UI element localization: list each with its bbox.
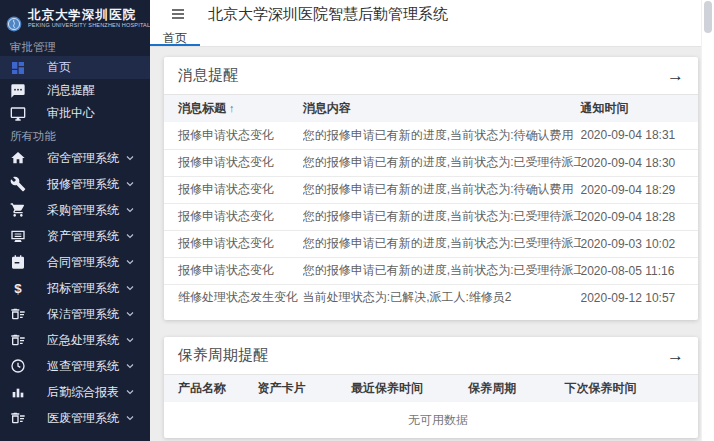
- sidebar-item-label: 合同管理系统: [47, 254, 124, 271]
- contract-icon: [10, 254, 26, 270]
- maintenance-column-header[interactable]: 下次保养时间: [564, 375, 698, 402]
- trash-icon: [10, 410, 26, 426]
- maintenance-card-header: 保养周期提醒 →: [164, 337, 698, 375]
- sidebar-item[interactable]: 合同管理系统: [0, 249, 150, 275]
- message-content-cell: 您的报修申请已有新的进度,当前状态为:待确认费用: [303, 122, 581, 149]
- messages-column-header[interactable]: 消息内容: [303, 95, 581, 122]
- hamburger-icon: [170, 6, 186, 22]
- home-icon: [10, 150, 26, 166]
- messages-table: 消息标题↑消息内容通知时间 报修申请状态变化您的报修申请已有新的进度,当前状态为…: [164, 95, 698, 311]
- cart-icon: [10, 202, 26, 218]
- sidebar-item-label: 报修管理系统: [47, 176, 124, 193]
- message-title-cell: 报修申请状态变化: [164, 203, 303, 230]
- chevron-down-icon: [124, 334, 136, 346]
- message-time-cell: 2020-09-04 18:28: [581, 203, 698, 230]
- chevron-down-icon: [124, 360, 136, 372]
- table-row[interactable]: 报修申请状态变化您的报修申请已有新的进度,当前状态为:已受理待派工2020-09…: [164, 230, 698, 257]
- message-time-cell: 2020-09-04 18:29: [581, 176, 698, 203]
- table-row[interactable]: 报修申请状态变化您的报修申请已有新的进度,当前状态为:已受理待派工2020-09…: [164, 149, 698, 176]
- messages-card-header: 消息提醒 →: [164, 57, 698, 95]
- message-time-cell: 2020-09-12 10:57: [581, 284, 698, 311]
- sidebar-item-label: 应急处理系统: [47, 332, 124, 349]
- sidebar-item[interactable]: 应急处理系统: [0, 327, 150, 353]
- sidebar-item[interactable]: 保洁管理系统: [0, 301, 150, 327]
- scrollbar-thumb[interactable]: [704, 1, 712, 33]
- sidebar-item[interactable]: 医废管理系统: [0, 405, 150, 431]
- message-time-cell: 2020-09-04 18:30: [581, 149, 698, 176]
- sidebar-item-label: 招标管理系统: [47, 280, 124, 297]
- logo-subtitle: PEKING UNIVERSITY SHENZHEN HOSPITAL: [28, 22, 150, 28]
- table-row[interactable]: 维修处理状态发生变化当前处理状态为:已解决,派工人:维修员22020-09-12…: [164, 284, 698, 311]
- scrollbar[interactable]: [701, 0, 714, 441]
- table-row[interactable]: 报修申请状态变化您的报修申请已有新的进度,当前状态为:已受理待派工2020-09…: [164, 203, 698, 230]
- sort-ascending-icon: ↑: [229, 102, 235, 114]
- sidebar-item-label: 巡查管理系统: [47, 358, 124, 375]
- chevron-down-icon: [124, 282, 136, 294]
- chevron-down-icon: [124, 412, 136, 424]
- table-row[interactable]: 报修申请状态变化您的报修申请已有新的进度,当前状态为:已受理待派工2020-08…: [164, 257, 698, 284]
- message-title-cell: 报修申请状态变化: [164, 149, 303, 176]
- trash-icon: [10, 306, 26, 322]
- sidebar-item-label: 消息提醒: [47, 82, 142, 99]
- message-time-cell: 2020-09-03 10:02: [581, 230, 698, 257]
- chevron-down-icon: [124, 386, 136, 398]
- table-row[interactable]: 报修申请状态变化您的报修申请已有新的进度,当前状态为:待确认费用2020-09-…: [164, 176, 698, 203]
- chevron-down-icon: [124, 204, 136, 216]
- message-title-cell: 报修申请状态变化: [164, 176, 303, 203]
- sidebar-item-label: 医废管理系统: [47, 410, 124, 427]
- hospital-logo: 北京大学深圳医院 PEKING UNIVERSITY SHENZHEN HOSP…: [0, 0, 150, 36]
- chevron-down-icon: [124, 230, 136, 242]
- arrow-right-icon[interactable]: →: [667, 347, 684, 364]
- sidebar-item-label: 宿舍管理系统: [47, 150, 124, 167]
- table-row[interactable]: 报修申请状态变化您的报修申请已有新的进度,当前状态为:待确认费用2020-09-…: [164, 122, 698, 149]
- sidebar-section-label: 所有功能: [0, 125, 150, 145]
- sidebar-section-label: 审批管理: [0, 36, 150, 56]
- topbar: 北京大学深圳医院智慧后勤管理系统: [150, 0, 714, 28]
- dashboard-icon: [10, 60, 26, 76]
- message-content-cell: 当前处理状态为:已解决,派工人:维修员2: [303, 284, 581, 311]
- message-content-cell: 您的报修申请已有新的进度,当前状态为:已受理待派工: [303, 203, 581, 230]
- sidebar-item[interactable]: 报修管理系统: [0, 171, 150, 197]
- sidebar-item[interactable]: 巡查管理系统: [0, 353, 150, 379]
- maintenance-column-header[interactable]: 保养周期: [468, 375, 564, 402]
- messages-column-header[interactable]: 通知时间: [581, 95, 698, 122]
- sidebar-item[interactable]: 采购管理系统: [0, 197, 150, 223]
- sidebar-item[interactable]: 审批中心: [0, 102, 150, 125]
- app-root: 北京大学深圳医院 PEKING UNIVERSITY SHENZHEN HOSP…: [0, 0, 714, 441]
- chevron-down-icon: [124, 178, 136, 190]
- message-title-cell: 报修申请状态变化: [164, 122, 303, 149]
- empty-row: 无可用数据: [164, 402, 698, 438]
- menu-toggle-button[interactable]: [170, 6, 186, 22]
- message-icon: [10, 83, 26, 99]
- hospital-emblem-icon: [6, 11, 22, 27]
- sidebar-item-label: 后勤综合报表: [47, 384, 124, 401]
- arrow-right-icon[interactable]: →: [667, 67, 684, 84]
- logo-title: 北京大学深圳医院: [28, 9, 150, 22]
- chart-icon: [10, 384, 26, 400]
- messages-column-header[interactable]: 消息标题↑: [164, 95, 303, 122]
- chevron-down-icon: [124, 308, 136, 320]
- maintenance-column-header[interactable]: 产品名称: [164, 375, 257, 402]
- content-area: 消息提醒 → 消息标题↑消息内容通知时间 报修申请状态变化您的报修申请已有新的进…: [150, 47, 714, 441]
- sidebar-item[interactable]: 宿舍管理系统: [0, 145, 150, 171]
- message-time-cell: 2020-08-05 11:16: [581, 257, 698, 284]
- maintenance-column-header[interactable]: 资产卡片: [257, 375, 350, 402]
- message-content-cell: 您的报修申请已有新的进度,当前状态为:已受理待派工: [303, 149, 581, 176]
- maintenance-card-title: 保养周期提醒: [178, 346, 268, 365]
- sidebar-item[interactable]: 首页: [0, 56, 150, 79]
- message-title-cell: 报修申请状态变化: [164, 230, 303, 257]
- trash-icon: [10, 332, 26, 348]
- sidebar-item[interactable]: 消息提醒: [0, 79, 150, 102]
- maintenance-column-header[interactable]: 最近保养时间: [351, 375, 468, 402]
- message-content-cell: 您的报修申请已有新的进度,当前状态为:已受理待派工: [303, 230, 581, 257]
- sidebar-item-label: 资产管理系统: [47, 228, 124, 245]
- maintenance-card: 保养周期提醒 → 产品名称资产卡片最近保养时间保养周期下次保养时间 无可用数据: [164, 337, 698, 438]
- tab-home[interactable]: 首页: [150, 28, 200, 46]
- sidebar-item[interactable]: 资产管理系统: [0, 223, 150, 249]
- sidebar-item[interactable]: $招标管理系统: [0, 275, 150, 301]
- tab-bar: 首页: [150, 28, 714, 47]
- sidebar-item[interactable]: 后勤综合报表: [0, 379, 150, 405]
- sidebar-item-label: 采购管理系统: [47, 202, 124, 219]
- empty-state-text: 无可用数据: [164, 402, 698, 438]
- chevron-down-icon: [124, 256, 136, 268]
